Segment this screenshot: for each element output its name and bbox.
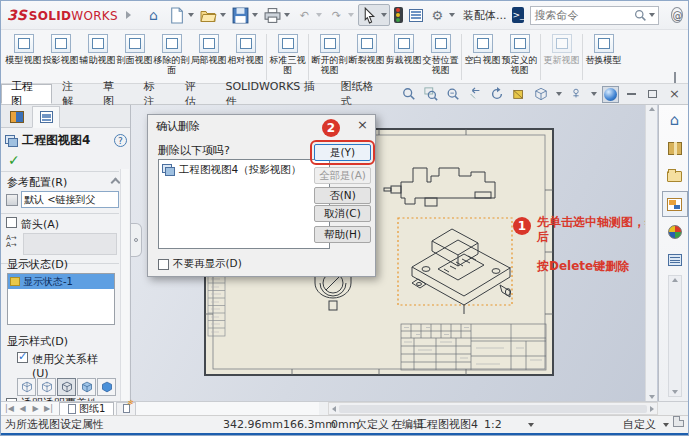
section-view-toggle-icon[interactable] (510, 86, 527, 103)
ribbon-model-view-button[interactable]: 模型视图 (5, 33, 42, 65)
save-caret-icon[interactable] (252, 13, 258, 17)
ribbon-detail-view-button[interactable]: 局部视图 (190, 33, 227, 65)
resources-tab-button[interactable]: ⌂ (662, 107, 688, 133)
use-parent-style-checkbox[interactable] (17, 352, 28, 363)
design-library-tab-button[interactable] (662, 135, 688, 161)
view-orientation-caret-icon[interactable] (556, 92, 562, 96)
undo-button[interactable]: ↶ (294, 4, 324, 26)
print-caret-icon[interactable] (284, 13, 290, 17)
settings-button[interactable]: ⚙ (427, 4, 457, 26)
search-icon[interactable] (634, 9, 647, 22)
zoom-fit-icon[interactable] (400, 86, 417, 103)
panel-flyout-handle[interactable] (131, 223, 142, 257)
select-tool-button[interactable] (358, 4, 390, 26)
tab-annotation[interactable]: 注解 (52, 84, 93, 104)
ribbon-alternate-position-button[interactable]: 交替位置视图 (422, 33, 459, 75)
custom-properties-tab-button[interactable] (662, 247, 688, 273)
search-caret-icon[interactable] (649, 13, 655, 17)
display-style-section[interactable]: 显示样式(D) (7, 334, 68, 349)
wireframe-style-button[interactable] (17, 378, 36, 396)
ribbon-removed-section-button[interactable]: 移除的剖面 (153, 33, 190, 75)
section-collapse-icon[interactable] (111, 178, 121, 188)
cancel-button[interactable]: 取消(C) (314, 205, 371, 222)
no-button[interactable]: 否(N) (314, 187, 371, 204)
print-button[interactable] (262, 4, 292, 26)
home-button[interactable]: ⌂ (143, 4, 164, 26)
hidden-lines-visible-button[interactable] (37, 378, 56, 396)
horizontal-scrollbar[interactable] (328, 402, 658, 415)
yes-button[interactable]: 是(Y) (314, 144, 371, 161)
ribbon-broken-out-section-button[interactable]: 断开的剖视图 (311, 33, 348, 75)
help-button[interactable]: 帮助(H) (314, 226, 371, 243)
ok-check-icon[interactable]: ✓ (8, 152, 20, 168)
previous-view-icon[interactable] (466, 86, 483, 103)
ribbon-collapse-button[interactable] (674, 74, 682, 79)
login-button[interactable]: @ (671, 7, 683, 23)
ribbon-projected-view-button[interactable]: 投影视图 (42, 33, 79, 65)
scrollbar-thumb[interactable] (339, 405, 647, 413)
new-caret-icon[interactable] (188, 13, 194, 17)
open-caret-icon[interactable] (220, 13, 226, 17)
status-tag-icon[interactable] (673, 416, 684, 427)
panel-scrollbar[interactable] (120, 169, 129, 401)
prev-sheet-button[interactable]: ◀ (16, 403, 29, 415)
hidden-lines-removed-button[interactable] (57, 378, 76, 396)
configuration-select[interactable]: 默认 <链接到父 (21, 191, 119, 208)
scroll-down-icon[interactable] (649, 395, 655, 399)
appearance-sphere-button[interactable] (602, 86, 619, 103)
property-manager-tab[interactable] (32, 106, 60, 128)
ribbon-section-view-button[interactable]: 剖面视图 (116, 33, 153, 65)
zoom-in-out-icon[interactable] (444, 86, 461, 103)
display-state-list[interactable]: 显示状态-1 (7, 273, 115, 325)
dialog-close-icon[interactable]: × (357, 118, 368, 131)
next-sheet-button[interactable]: ▶ (29, 403, 42, 415)
ribbon-empty-view-button[interactable]: 空白视图 (464, 33, 501, 65)
select-caret-icon[interactable] (381, 13, 387, 17)
settings-caret-icon[interactable] (449, 13, 455, 17)
doc-minimize-icon[interactable] (627, 93, 636, 95)
ribbon-standard-3-view-button[interactable]: 标准三视图 (269, 33, 306, 75)
scroll-up-icon[interactable] (672, 278, 678, 282)
doc-close-icon[interactable]: × (669, 89, 680, 99)
panel-help-icon[interactable]: ? (114, 134, 127, 147)
shaded-style-button[interactable] (97, 378, 116, 396)
tab-dimension[interactable]: 标注 (134, 84, 175, 104)
tab-sheet-format[interactable]: 图纸格式 (330, 84, 392, 104)
search-box[interactable] (530, 6, 659, 25)
refresh-icon[interactable] (488, 86, 505, 103)
search-input[interactable] (534, 9, 634, 22)
first-sheet-button[interactable]: |◀ (3, 403, 16, 415)
last-sheet-button[interactable]: ▶| (42, 403, 55, 415)
redo-button[interactable]: ↷ (326, 4, 356, 26)
sheet-tab[interactable]: 图纸1 (59, 402, 114, 416)
tab-evaluate[interactable]: 评估 (175, 84, 216, 104)
scroll-left-icon[interactable] (332, 406, 336, 412)
scroll-down-icon[interactable] (672, 390, 678, 394)
delete-item-row[interactable]: 工程图视图4（投影视图） (159, 160, 329, 180)
tab-drawing[interactable]: 工程图 (1, 84, 52, 104)
scroll-up-icon[interactable] (649, 107, 655, 111)
display-settings-caret-icon[interactable] (591, 92, 597, 96)
feature-manager-tab[interactable] (3, 106, 31, 128)
appearances-tab-button[interactable] (662, 219, 688, 245)
graphics-vertical-scrollbar[interactable] (645, 105, 657, 401)
ribbon-relative-view-button[interactable]: 相对视图 (227, 33, 264, 65)
zoom-area-icon[interactable] (422, 86, 439, 103)
scroll-right-icon[interactable] (650, 406, 654, 412)
save-button[interactable] (230, 4, 260, 26)
shaded-with-edges-button[interactable] (77, 378, 96, 396)
view-orientation-icon[interactable] (532, 86, 549, 103)
reference-configuration-section[interactable]: 参考配置(R) (7, 175, 67, 190)
ribbon-break-view-button[interactable]: 断裂视图 (348, 33, 385, 65)
open-button[interactable] (198, 4, 228, 26)
tab-addins[interactable]: SOLIDWORKS 插件 (215, 84, 330, 104)
view-palette-tab-button[interactable] (662, 191, 688, 217)
doc-restore-icon[interactable] (648, 90, 657, 98)
display-state-section[interactable]: 显示状态(D) (7, 257, 68, 272)
tab-sketch[interactable]: 草图 (93, 84, 134, 104)
command-window-icon[interactable]: >_ (512, 7, 524, 23)
arrow-label-input[interactable] (23, 233, 117, 255)
options-list-button[interactable] (407, 4, 425, 26)
new-document-button[interactable] (166, 4, 196, 26)
menu-flyout-icon[interactable] (126, 11, 131, 19)
